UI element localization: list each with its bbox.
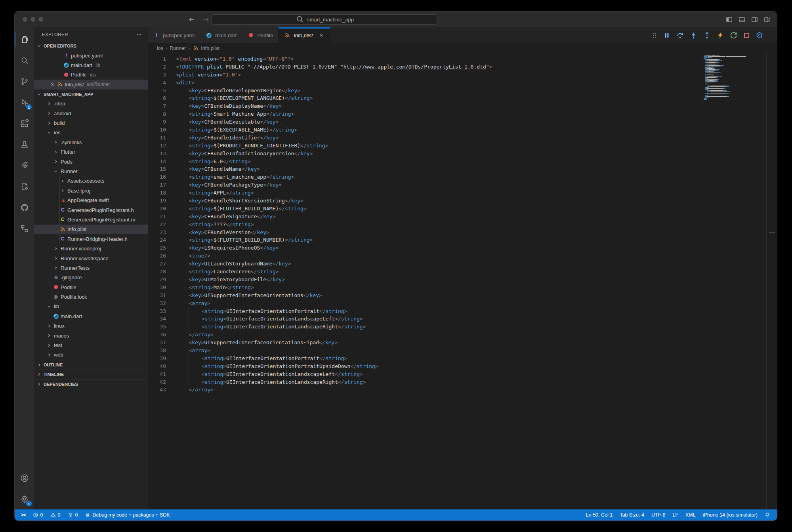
- code-editor[interactable]: 1<?xml version="1.0" encoding="UTF-8"?>2…: [148, 53, 777, 509]
- breadcrumb-file[interactable]: Info.plist: [192, 46, 219, 51]
- tree-item-linux[interactable]: linux: [34, 321, 148, 331]
- activity-item-run-debug[interactable]: 1: [15, 92, 34, 113]
- code-line[interactable]: 26 <true/>: [148, 252, 700, 260]
- status-device[interactable]: iPhone 14 (ios simulator): [699, 509, 761, 521]
- tree-item--idea[interactable]: .idea: [34, 99, 148, 109]
- close-button[interactable]: [23, 17, 27, 22]
- tab-info-plist[interactable]: Info.plist: [279, 27, 330, 43]
- layout-sidebar-left-icon[interactable]: [726, 16, 733, 23]
- layout-panel-icon[interactable]: [739, 16, 745, 23]
- tree-item-base-lproj[interactable]: Base.lproj: [34, 186, 148, 195]
- code-line[interactable]: 25 <key>LSRequiresIPhoneOS</key>: [148, 244, 700, 252]
- code-line[interactable]: 28 <string>LaunchScreen</string>: [148, 268, 700, 276]
- minimize-button[interactable]: [31, 17, 35, 22]
- code-line[interactable]: 1<?xml version="1.0" encoding="UTF-8"?>: [148, 55, 700, 63]
- tab-pubspec-yaml[interactable]: !pubspec.yaml: [148, 27, 200, 43]
- code-line[interactable]: 18 <string>APPL</string>: [148, 189, 700, 197]
- tree-item-test[interactable]: test: [34, 340, 148, 350]
- code-line[interactable]: 4<dict>: [148, 79, 700, 87]
- tree-item-appdelegate-swift[interactable]: AppDelegate.swift: [34, 195, 148, 205]
- code-line[interactable]: 14 <string>6.0</string>: [148, 158, 700, 166]
- tab-main-dart[interactable]: main.dart: [200, 27, 242, 43]
- code-line[interactable]: 33 <string>UIInterfaceOrientationPortrai…: [148, 307, 700, 315]
- tree-item-web[interactable]: web: [34, 350, 148, 360]
- tree-item-generatedpluginregistrant-h[interactable]: CGeneratedPluginRegistrant.h: [34, 205, 148, 215]
- status-language-mode[interactable]: XML: [682, 509, 699, 521]
- code-line[interactable]: 30 <string>Main</string>: [148, 284, 700, 292]
- hot-reload-icon[interactable]: [717, 32, 724, 39]
- code-line[interactable]: 11 <key>CFBundleIdentifier</key>: [148, 134, 700, 142]
- tree-item--gitignore[interactable]: .gitignore: [34, 273, 148, 282]
- pause-icon[interactable]: [663, 32, 670, 39]
- tree-item-generatedpluginregistrant-m[interactable]: CGeneratedPluginRegistrant.m: [34, 215, 148, 224]
- widget-inspector-icon[interactable]: [756, 32, 763, 39]
- tree-item-runner-bridging-header-h[interactable]: CRunner-Bridging-Header.h: [34, 234, 148, 244]
- tree-item-main-dart[interactable]: main.dart: [34, 311, 148, 321]
- sidebar-section-dependencies[interactable]: DEPENDENCIES: [34, 379, 148, 389]
- status-cursor-position[interactable]: Ln 50, Col 1: [580, 509, 616, 521]
- code-line[interactable]: 34 <string>UIInterfaceOrientationLandsca…: [148, 315, 700, 323]
- code-line[interactable]: 13 <key>CFBundleInfoDictionaryVersion</k…: [148, 150, 700, 158]
- status-warnings[interactable]: 0: [47, 509, 64, 521]
- activity-item-search[interactable]: [15, 50, 34, 71]
- code-line[interactable]: 23 <key>CFBundleVersion</key>: [148, 229, 700, 236]
- minimap[interactable]: [704, 55, 766, 100]
- code-line[interactable]: 7 <key>CFBundleDisplayName</key>: [148, 102, 700, 110]
- code-line[interactable]: 29 <key>UIMainStoryboardFile</key>: [148, 276, 700, 284]
- code-line[interactable]: 5 <key>CFBundleDevelopmentRegion</key>: [148, 87, 700, 95]
- activity-item-testing[interactable]: [15, 134, 34, 155]
- restart-icon[interactable]: [730, 32, 737, 39]
- activity-item-extensions[interactable]: [15, 113, 34, 134]
- code-line[interactable]: 2<!DOCTYPE plist PUBLIC "-//Apple//DTD P…: [148, 63, 700, 71]
- close-icon[interactable]: [317, 31, 325, 39]
- tree-item-flutter[interactable]: Flutter: [34, 147, 148, 157]
- layout-customize-icon[interactable]: [764, 16, 771, 23]
- code-line[interactable]: 43 </array>: [148, 386, 700, 394]
- layout-sidebar-right-icon[interactable]: [751, 16, 758, 23]
- code-line[interactable]: 16 <string>smart_machine_app</string>: [148, 173, 700, 181]
- gripper-icon[interactable]: [651, 32, 657, 39]
- activity-item-settings[interactable]: 1: [15, 488, 34, 509]
- step-out-icon[interactable]: [703, 32, 711, 39]
- activity-item-files[interactable]: [15, 29, 34, 50]
- stop-icon[interactable]: [743, 32, 750, 39]
- code-line[interactable]: 12 <string>$(PRODUCT_BUNDLE_IDENTIFIER)<…: [148, 142, 700, 150]
- tab-podfile[interactable]: Podfile: [242, 27, 279, 43]
- code-line[interactable]: 42 <string>UIInterfaceOrientationLandsca…: [148, 378, 700, 386]
- code-line[interactable]: 17 <key>CFBundlePackageType</key>: [148, 181, 700, 189]
- code-line[interactable]: 36 </array>: [148, 331, 700, 339]
- code-line[interactable]: 41 <string>UIInterfaceOrientationLandsca…: [148, 370, 700, 378]
- tree-item-lib[interactable]: lib: [34, 302, 148, 311]
- breadcrumb-item[interactable]: Runner: [170, 46, 186, 51]
- activity-item-flutter[interactable]: [15, 155, 34, 176]
- code-line[interactable]: 27 <key>UILaunchStoryboardName</key>: [148, 260, 700, 268]
- activity-item-code-tools[interactable]: [15, 176, 34, 197]
- status-debug-config[interactable]: Debug my code + packages + SDK: [81, 509, 173, 521]
- open-editor-item[interactable]: main.dartlib: [34, 60, 148, 70]
- code-line[interactable]: 31 <key>UISupportedInterfaceOrientations…: [148, 292, 700, 299]
- sidebar-section-timeline[interactable]: TIMELINE: [34, 370, 148, 379]
- activity-item-references[interactable]: [15, 218, 34, 239]
- tree-item-runnertests[interactable]: RunnerTests: [34, 263, 148, 273]
- tree-item-runner-xcworkspace[interactable]: Runner.xcworkspace: [34, 254, 148, 263]
- project-root-header[interactable]: SMART_MACHINE_APP: [34, 90, 148, 99]
- tree-item-macos[interactable]: macos: [34, 331, 148, 340]
- more-actions-icon[interactable]: [136, 31, 142, 38]
- code-line[interactable]: 37 <key>UISupportedInterfaceOrientations…: [148, 339, 700, 347]
- step-into-icon[interactable]: [690, 32, 697, 39]
- breadcrumb-item[interactable]: ios: [157, 46, 163, 51]
- back-arrow-icon[interactable]: [188, 16, 195, 23]
- tree-item-build[interactable]: build: [34, 118, 148, 128]
- code-line[interactable]: 19 <key>CFBundleShortVersionString</key>: [148, 197, 700, 205]
- code-line[interactable]: 32 <array>: [148, 299, 700, 307]
- code-line[interactable]: 21 <key>CFBundleSignature</key>: [148, 213, 700, 221]
- status-ports[interactable]: 0: [64, 509, 82, 521]
- code-line[interactable]: 8 <string>Smart Machine App</string>: [148, 110, 700, 118]
- tree-item-runner-xcodeproj[interactable]: Runner.xcodeproj: [34, 244, 148, 253]
- code-line[interactable]: 22 <string>????</string>: [148, 221, 700, 229]
- command-center-search[interactable]: smart_machine_app: [212, 14, 437, 25]
- scrollbar[interactable]: [766, 53, 777, 509]
- status-errors[interactable]: 0: [29, 509, 47, 521]
- code-line[interactable]: 3<plist version="1.0">: [148, 71, 700, 79]
- tree-item--symlinks[interactable]: .symlinks: [34, 137, 148, 147]
